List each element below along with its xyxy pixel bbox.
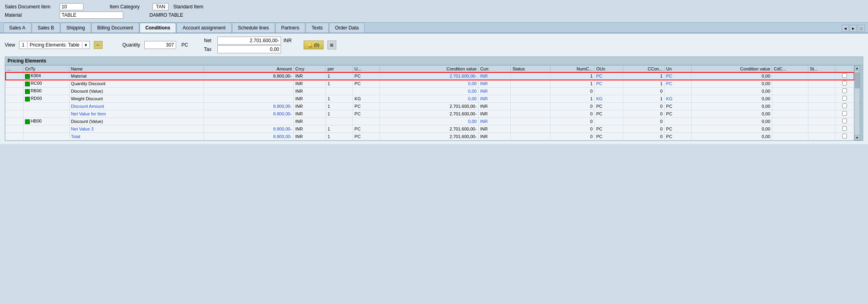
cell-cnty: RC00 bbox=[23, 80, 69, 88]
cell-ccon: 1 bbox=[623, 72, 665, 80]
cell-cdc bbox=[772, 95, 808, 103]
col-crcy: Crcy bbox=[294, 66, 326, 72]
expand-button[interactable]: ⊞ bbox=[327, 41, 336, 49]
tab-sales-b[interactable]: Sales B bbox=[32, 23, 60, 33]
sales-doc-row: Sales Document Item Item Category TAN St… bbox=[5, 3, 863, 10]
cell-cnty bbox=[23, 103, 69, 110]
col-cond-value2: Condition value bbox=[691, 66, 772, 72]
cell-status bbox=[511, 103, 550, 110]
tab-nav-right-btn[interactable]: ► bbox=[850, 25, 857, 32]
net-section: Net INR Tax bbox=[204, 37, 292, 53]
table-row[interactable]: Total 8.800,00- INR 1 PC 2.701.600,00- I… bbox=[6, 133, 854, 140]
row-checkbox[interactable] bbox=[842, 119, 847, 123]
cell-amount bbox=[204, 88, 294, 95]
scroll-thumb[interactable] bbox=[855, 72, 860, 88]
cell-cond-value: 2.701.600,00- bbox=[380, 110, 478, 118]
view-dropdown-arrow[interactable]: ▼ bbox=[82, 43, 89, 48]
cell-dots bbox=[6, 133, 23, 140]
tab-partners[interactable]: Partners bbox=[275, 23, 305, 33]
cell-name: Net Value for Item bbox=[69, 110, 204, 118]
table-row[interactable]: Discount Amount 8.800,00- INR 1 PC 2.701… bbox=[6, 103, 854, 110]
table-row[interactable]: RC00 Quantity Discount INR 1 PC 0,00 INR… bbox=[6, 80, 854, 88]
tax-label: Tax bbox=[204, 47, 215, 52]
tab-schedule-lines[interactable]: Schedule lines bbox=[232, 23, 275, 33]
cell-st bbox=[808, 80, 835, 88]
table-row[interactable]: RB00 Discount (Value) INR 0,00 INR 0 bbox=[6, 88, 854, 95]
table-row[interactable]: K004 Material 8.800,00- INR 1 PC 2.701.6… bbox=[6, 72, 854, 80]
item-category-badge: TAN bbox=[153, 3, 169, 10]
cell-checkbox[interactable] bbox=[835, 110, 854, 118]
scroll-up-btn[interactable]: ▲ bbox=[854, 65, 860, 71]
drag-handle[interactable]: ⋮ bbox=[860, 65, 863, 140]
cell-per bbox=[326, 118, 353, 125]
cell-checkbox[interactable] bbox=[835, 72, 854, 80]
cell-checkbox[interactable] bbox=[835, 118, 854, 125]
row-checkbox[interactable] bbox=[842, 126, 847, 131]
cell-checkbox[interactable] bbox=[835, 133, 854, 140]
col-dots: ... bbox=[6, 66, 23, 72]
cell-checkbox[interactable] bbox=[835, 103, 854, 110]
net-currency: INR bbox=[283, 38, 292, 43]
view-select-box[interactable]: 1 Pricing Elements: Table ▼ bbox=[19, 41, 90, 49]
net-value-input[interactable] bbox=[217, 37, 281, 45]
table-row[interactable]: RD00 Weight Discount INR 1 KG 0,00 INR 1… bbox=[6, 95, 854, 103]
row-checkbox[interactable] bbox=[842, 81, 847, 86]
cell-u bbox=[353, 88, 380, 95]
scroll-down-btn[interactable]: ▼ bbox=[854, 135, 860, 140]
tab-billing-document[interactable]: Billing Document bbox=[91, 23, 139, 33]
back-button[interactable]: ← bbox=[94, 41, 103, 49]
cell-status bbox=[511, 72, 550, 80]
cell-oun: PC bbox=[595, 103, 623, 110]
tab-texts[interactable]: Texts bbox=[306, 23, 329, 33]
tax-value-input[interactable] bbox=[217, 45, 281, 53]
cell-name: Material bbox=[69, 72, 204, 80]
row-checkbox[interactable] bbox=[842, 73, 847, 78]
cell-checkbox[interactable] bbox=[835, 125, 854, 133]
row-checkbox[interactable] bbox=[842, 134, 847, 138]
row-checkbox[interactable] bbox=[842, 88, 847, 93]
row-checkbox[interactable] bbox=[842, 103, 847, 108]
green-indicator bbox=[25, 119, 30, 124]
view-select-text: Pricing Elements: Table bbox=[27, 42, 82, 48]
tab-shipping[interactable]: Shipping bbox=[60, 23, 91, 33]
row-checkbox[interactable] bbox=[842, 96, 847, 101]
cell-u bbox=[353, 118, 380, 125]
tab-account-assignment[interactable]: Account assignment bbox=[176, 23, 231, 33]
col-st: St... bbox=[808, 66, 835, 72]
cell-cdc bbox=[772, 110, 808, 118]
table-row[interactable]: Net Value 3 8.800,00- INR 1 PC 2.701.600… bbox=[6, 125, 854, 133]
cell-u: PC bbox=[353, 110, 380, 118]
col-curr: Curr. bbox=[479, 66, 511, 72]
cell-checkbox[interactable] bbox=[835, 95, 854, 103]
cell-per: 1 bbox=[326, 110, 353, 118]
row-checkbox[interactable] bbox=[842, 111, 847, 116]
cell-checkbox[interactable] bbox=[835, 80, 854, 88]
material-input[interactable] bbox=[60, 12, 123, 19]
cell-per bbox=[326, 88, 353, 95]
quantity-input[interactable] bbox=[144, 41, 176, 49]
table-row[interactable]: HB00 Discount (Value) INR 0,00 INR 0 bbox=[6, 118, 854, 125]
cell-st bbox=[808, 110, 835, 118]
col-name: Name bbox=[69, 66, 204, 72]
quantity-label: Quantity bbox=[122, 42, 140, 48]
material-label: Material bbox=[5, 12, 56, 18]
cell-amount: 8.800,00- bbox=[204, 125, 294, 133]
cell-per: 1 bbox=[326, 95, 353, 103]
cell-dots bbox=[6, 110, 23, 118]
cell-ccon: 0 bbox=[623, 125, 665, 133]
col-cnty: CnTy bbox=[23, 66, 69, 72]
cell-checkbox[interactable] bbox=[835, 88, 854, 95]
tab-order-data[interactable]: Order Data bbox=[329, 23, 364, 33]
tab-nav-left-btn[interactable]: ◄ bbox=[842, 25, 849, 32]
cell-cond-value2: 0,00 bbox=[691, 125, 772, 133]
pricing-table-container: Pricing Elements ... CnTy Name Amount Cr… bbox=[5, 57, 863, 141]
tab-nav-box-btn[interactable]: □ bbox=[858, 25, 865, 32]
cell-dots bbox=[6, 72, 23, 80]
bell-button[interactable]: 🔔 (0) bbox=[304, 41, 324, 49]
table-row[interactable]: Net Value for Item 8.800,00- INR 1 PC 2.… bbox=[6, 110, 854, 118]
sales-doc-item-input[interactable] bbox=[60, 3, 83, 10]
tab-sales-a[interactable]: Sales A bbox=[3, 23, 31, 33]
cell-dots bbox=[6, 88, 23, 95]
tab-conditions[interactable]: Conditions bbox=[140, 23, 176, 33]
tab-nav-right: ◄ ► □ bbox=[842, 25, 865, 33]
